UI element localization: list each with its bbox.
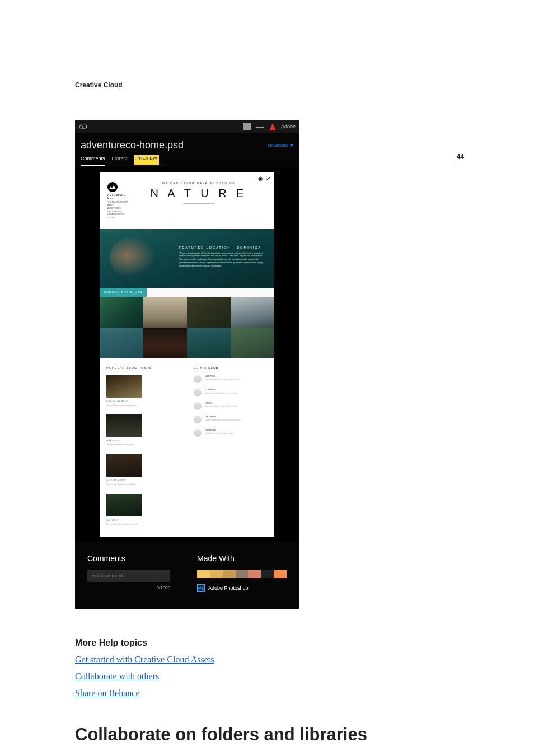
blog-image bbox=[106, 494, 142, 516]
club-desc: Walk it off and enjoy nature with us on … bbox=[205, 405, 238, 408]
gallery-image bbox=[143, 328, 187, 358]
gallery-image bbox=[143, 297, 187, 328]
club-icon bbox=[194, 375, 202, 383]
nav-items: THE NATURE WITHIN ABOUT ADVENTURES DESTI… bbox=[107, 201, 131, 220]
popular-heading: POPULAR BLOG POSTS bbox=[106, 366, 180, 370]
more-help-heading: More Help topics bbox=[75, 638, 459, 648]
adobe-logo-icon bbox=[269, 123, 277, 130]
blog-title: WE RIDE A WAVE bbox=[106, 479, 142, 482]
blog-desc: There is nothing like a sunset on the wa… bbox=[106, 523, 142, 526]
comment-counter: 0/1000 bbox=[87, 585, 170, 590]
link-share-behance[interactable]: Share on Behance bbox=[75, 688, 459, 698]
swatch bbox=[210, 570, 223, 578]
club-title: HIKING bbox=[205, 402, 238, 404]
nav-item: LOG IN bbox=[107, 217, 131, 220]
titlebar: ▬▬ Adobe bbox=[75, 120, 299, 133]
madewith-heading: Made With bbox=[197, 554, 287, 563]
file-name: adventureco-home.psd bbox=[81, 139, 184, 151]
club-desc: Learn to handle trails and terrain on tw… bbox=[205, 419, 241, 421]
brand-name: ADVENTURE CO. bbox=[107, 194, 131, 199]
club-icon bbox=[194, 402, 202, 410]
club-desc: Join us on one of our many camping excur… bbox=[205, 379, 241, 381]
tab-comments[interactable]: Comments bbox=[81, 156, 105, 166]
club-icon bbox=[194, 389, 202, 396]
club-icon bbox=[194, 429, 202, 437]
blog-image bbox=[106, 454, 142, 477]
download-link[interactable]: Download bbox=[268, 143, 293, 148]
blog-desc: Enjoy our kayaking adventure in Alaska. bbox=[106, 483, 142, 486]
club-item: CAMPINGJoin us on one of our many campin… bbox=[194, 375, 268, 383]
swatch bbox=[236, 570, 249, 578]
section-heading: Collaborate on folders and libraries bbox=[75, 725, 459, 744]
swatch bbox=[261, 570, 274, 578]
blog-post: WE RIDE A WAVE Enjoy our kayaking advent… bbox=[106, 454, 142, 486]
blog-post: DAY LIGHT There is nothing like a sunset… bbox=[106, 494, 142, 526]
gallery-image bbox=[231, 297, 274, 328]
club-desc: Paddle out for the sea, a lake, or rapid… bbox=[205, 432, 235, 435]
tagline: WE CAN NEVER HAVE ENOUGH OF bbox=[131, 182, 266, 185]
gallery-image bbox=[187, 297, 231, 328]
comments-heading: Comments bbox=[87, 554, 170, 563]
club-title: DIRT BIKE bbox=[205, 416, 241, 418]
club-title: KAYAKING bbox=[205, 429, 235, 431]
tab-preview[interactable]: PREVIEW bbox=[134, 155, 160, 165]
gallery-image bbox=[187, 328, 231, 358]
club-title: CAMPING bbox=[205, 375, 241, 377]
behance-word: ▬▬ bbox=[256, 125, 265, 129]
gallery-image bbox=[100, 328, 143, 358]
gallery-tab: SUMMER HOT SPOTS bbox=[100, 288, 147, 297]
blog-image bbox=[106, 414, 142, 437]
page-number-block: 44 bbox=[453, 153, 464, 165]
hero-body: "When you have caught all the wild beast… bbox=[179, 252, 263, 268]
club-desc: Rock clubs gather together for local out… bbox=[205, 392, 238, 394]
screenshot-container: ▬▬ Adobe adventureco-home.psd Download C… bbox=[75, 120, 299, 609]
cloud-icon bbox=[78, 123, 87, 130]
swatch bbox=[223, 570, 236, 578]
color-palette bbox=[197, 570, 287, 578]
headline: N A T U R E bbox=[131, 187, 266, 200]
psd-preview: ◉ ⤢ ADVENTURE CO. THE NATURE WITHIN ABOU… bbox=[100, 172, 274, 537]
hero-image: FEATURED LOCATION - DOMINICA "When you h… bbox=[100, 229, 274, 288]
page-number: 44 bbox=[453, 153, 464, 165]
blog-title: WHAT TO DO bbox=[106, 440, 142, 442]
viewer-tools[interactable]: ◉ ⤢ bbox=[258, 175, 271, 181]
link-collaborate[interactable]: Collaborate with others bbox=[75, 671, 459, 682]
photoshop-icon: Ps bbox=[197, 584, 205, 592]
blog-post: WHAT TO DO When you encounter wild adven… bbox=[106, 414, 142, 446]
brand-badge-icon bbox=[107, 182, 118, 192]
link-get-started[interactable]: Get started with Creative Cloud Assets bbox=[75, 655, 459, 665]
club-item: HIKINGWalk it off and enjoy nature with … bbox=[194, 402, 268, 410]
blog-title: LIFE IN THE HILLS bbox=[106, 400, 142, 403]
hero-kicker: FEATURED LOCATION - DOMINICA bbox=[179, 246, 263, 249]
blog-post: LIFE IN THE HILLS We explore high mounta… bbox=[106, 375, 142, 407]
swatch bbox=[197, 570, 210, 578]
swatch bbox=[248, 570, 261, 578]
club-item: DIRT BIKELearn to handle trails and terr… bbox=[194, 416, 268, 423]
swatch bbox=[274, 570, 287, 578]
tabs: Comments Extract PREVIEW bbox=[75, 156, 299, 167]
adobe-label: Adobe bbox=[281, 124, 296, 129]
behance-icon bbox=[243, 123, 251, 130]
club-item: CLIMBINGRock clubs gather together for l… bbox=[194, 389, 268, 396]
blog-title: DAY LIGHT bbox=[106, 519, 142, 521]
club-icon bbox=[194, 416, 202, 423]
tab-extract[interactable]: Extract bbox=[112, 156, 128, 166]
headline-rule bbox=[183, 203, 214, 204]
join-heading: JOIN A CLUB bbox=[194, 366, 268, 370]
blog-desc: When you encounter wild adventures. bbox=[106, 444, 142, 446]
club-item: KAYAKINGPaddle out for the sea, a lake, … bbox=[194, 429, 268, 437]
gallery-image bbox=[231, 328, 274, 358]
blog-image bbox=[106, 375, 142, 398]
add-comment-input[interactable] bbox=[87, 570, 170, 582]
gallery bbox=[100, 297, 274, 358]
gallery-image bbox=[100, 297, 143, 328]
blog-desc: We explore high mountain peaks by foot. bbox=[106, 404, 142, 407]
photoshop-label: Adobe Photoshop bbox=[208, 585, 249, 591]
running-header: Creative Cloud bbox=[75, 81, 459, 89]
club-title: CLIMBING bbox=[205, 389, 238, 391]
